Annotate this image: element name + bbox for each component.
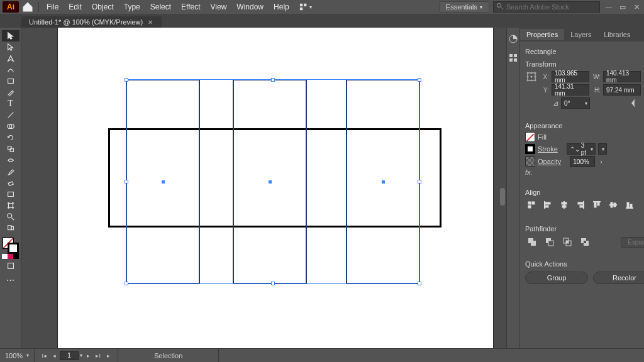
pathfinder-exclude-icon[interactable] (578, 235, 592, 249)
shape-center-anchor (162, 180, 165, 184)
stroke-swatch[interactable] (8, 243, 19, 254)
search-adobe-stock[interactable] (493, 1, 600, 13)
zoom-tool[interactable] (2, 211, 19, 222)
pathfinder-minus-front-icon[interactable] (543, 235, 557, 249)
artboard-navigator[interactable]: I◂ ◂ 1 ▾ ▸ ▸I ▸ (35, 349, 118, 362)
document-canvas[interactable] (21, 28, 506, 348)
shape-builder-tool[interactable] (2, 121, 19, 132)
align-top-icon[interactable] (591, 199, 603, 211)
menu-view[interactable]: View (206, 1, 232, 13)
artboard-number-field[interactable]: 1 (60, 351, 79, 360)
window-restore-icon[interactable]: ▭ (618, 3, 628, 11)
home-icon[interactable] (21, 1, 34, 13)
pathfinder-unite-icon[interactable] (525, 235, 539, 249)
menu-effect[interactable]: Effect (176, 1, 205, 13)
svg-point-34 (531, 76, 532, 77)
stroke-profile-dropdown[interactable] (598, 143, 607, 155)
field-y[interactable]: 141.31 mm (552, 84, 589, 96)
stroke-color-chip[interactable] (525, 144, 535, 154)
prev-artboard-icon[interactable]: ◂ (50, 351, 58, 360)
align-to-icon[interactable] (525, 199, 538, 211)
first-artboard-icon[interactable]: I◂ (40, 351, 48, 360)
edit-toolbar-icon[interactable]: ⋯ (2, 274, 19, 285)
artboard-nav-menu-icon[interactable]: ▸ (104, 351, 113, 360)
gradient-tool[interactable] (2, 189, 19, 200)
curvature-tool[interactable] (2, 64, 19, 75)
label-x: X: (540, 74, 549, 80)
selection-tool[interactable] (2, 30, 19, 41)
align-left-icon[interactable] (541, 199, 554, 211)
label-w: W: (592, 74, 601, 80)
color-mode-swatches[interactable] (2, 254, 19, 260)
field-stroke-weight[interactable]: ⌃⌄3 pt (567, 143, 596, 155)
svg-rect-52 (580, 206, 583, 207)
close-tab-icon[interactable]: ✕ (148, 19, 153, 26)
quick-action-recolor-button[interactable]: Recolor (593, 272, 644, 284)
tab-layers[interactable]: Layers (564, 29, 597, 40)
svg-point-32 (535, 72, 536, 74)
next-artboard-icon[interactable]: ▸ (84, 351, 92, 360)
flip-horizontal-icon[interactable] (628, 97, 641, 109)
menu-file[interactable]: File (42, 1, 64, 13)
section-appearance-title: Appearance (525, 122, 644, 129)
field-x[interactable]: 103.965 mm (552, 71, 589, 82)
svg-rect-43 (528, 206, 531, 208)
align-bottom-icon[interactable] (623, 199, 636, 211)
menu-window[interactable]: Window (231, 1, 269, 13)
search-input[interactable] (506, 3, 597, 11)
reference-point-icon[interactable] (525, 70, 538, 83)
opacity-more-icon[interactable]: › (600, 158, 602, 165)
eraser-tool[interactable] (2, 177, 19, 189)
opacity-chip[interactable] (525, 156, 535, 167)
direct-selection-tool[interactable] (2, 41, 19, 53)
menu-select[interactable]: Select (145, 1, 176, 13)
rotate-tool[interactable] (2, 132, 19, 143)
tab-properties[interactable]: Properties (520, 29, 564, 40)
width-tool[interactable] (2, 155, 19, 166)
pathfinder-intersect-icon[interactable] (560, 235, 574, 249)
panel-tab-bar: Properties Layers Libraries (520, 28, 644, 41)
fx-icon[interactable]: fx. (525, 168, 533, 176)
transform-more-options[interactable]: ••• (525, 111, 644, 118)
window-minimize-icon[interactable]: — (604, 3, 614, 11)
workspace-switcher[interactable]: Essentials ▾ (439, 1, 489, 13)
quick-action-group-button[interactable]: Group (525, 272, 588, 284)
fill-stroke-swatch[interactable] (3, 238, 19, 254)
menu-object[interactable]: Object (87, 1, 119, 13)
field-w[interactable]: 140.413 mm (603, 71, 641, 82)
artboard[interactable] (58, 28, 493, 348)
svg-rect-57 (611, 202, 613, 207)
zoom-level-field[interactable]: 100%▾ (0, 349, 35, 362)
pen-tool[interactable] (2, 53, 19, 64)
artboard-tool[interactable] (2, 222, 19, 234)
paintbrush-tool[interactable] (2, 87, 19, 98)
align-hcenter-icon[interactable] (558, 199, 570, 211)
field-opacity[interactable]: 100% (570, 156, 595, 167)
eyedropper-tool[interactable] (2, 166, 19, 177)
menu-edit[interactable]: Edit (64, 1, 87, 13)
swatches-panel-icon[interactable] (507, 52, 519, 64)
menu-type[interactable]: Type (119, 1, 145, 13)
align-right-icon[interactable] (574, 199, 587, 211)
tab-libraries[interactable]: Libraries (597, 29, 636, 40)
type-tool[interactable]: T (2, 98, 19, 109)
align-vcenter-icon[interactable] (607, 199, 619, 211)
line-segment-tool[interactable] (2, 109, 19, 121)
fill-color-chip[interactable] (525, 132, 535, 142)
field-rotate[interactable]: 0° (561, 97, 590, 109)
document-tab[interactable]: Untitled-1* @ 100% (CMYK/Preview) ✕ (21, 16, 162, 28)
arrange-documents-icon[interactable]: ▾ (299, 1, 312, 13)
appearance-more-options[interactable]: ••• (525, 177, 644, 185)
color-panel-icon[interactable] (507, 33, 519, 45)
free-transform-tool[interactable] (2, 200, 19, 211)
rectangle-tool[interactable] (2, 75, 19, 87)
menu-help[interactable]: Help (269, 1, 294, 13)
scale-tool[interactable] (2, 143, 19, 155)
draw-mode-icon[interactable] (2, 260, 19, 272)
last-artboard-icon[interactable]: ▸I (94, 351, 103, 360)
window-close-icon[interactable]: ✕ (631, 3, 641, 11)
vertical-scrollbar[interactable] (499, 28, 506, 348)
field-h[interactable]: 97.24 mm (603, 84, 641, 96)
pathfinder-more-options[interactable]: ••• (525, 249, 644, 256)
align-more-options[interactable]: ••• (525, 214, 644, 221)
